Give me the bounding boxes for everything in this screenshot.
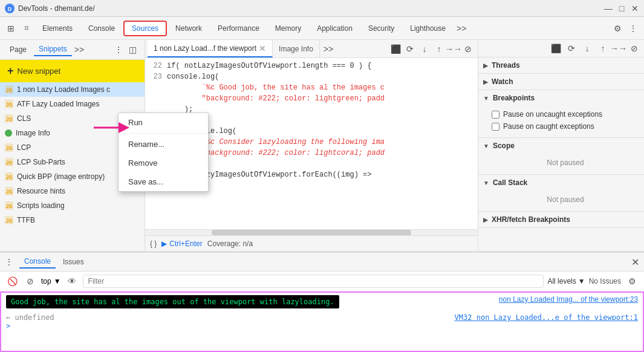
coverage-label: Coverage: n/a: [207, 240, 253, 248]
console-prompt-line: >: [6, 322, 638, 330]
right-panel-icon-2[interactable]: ⟳: [564, 41, 579, 56]
breakpoints-uncaught-checkbox[interactable]: [492, 111, 499, 119]
console-success-text: Good job, the site has al the images out…: [11, 298, 334, 306]
tab-issues-bottom[interactable]: Issues: [58, 256, 89, 268]
dock-icon[interactable]: ⊞: [4, 21, 18, 36]
tab-memory[interactable]: Memory: [268, 21, 308, 36]
context-menu-save-as[interactable]: Save as...: [119, 172, 208, 191]
console-close-button[interactable]: ✕: [631, 256, 639, 268]
breakpoints-content: Pause on uncaught exceptions Pause on ca…: [478, 106, 644, 137]
source-panel-step-out-icon[interactable]: →→: [446, 42, 461, 56]
threads-header[interactable]: ▶ Threads: [478, 57, 644, 73]
snippet-label-2: ATF Lazy Loaded Images: [17, 100, 100, 108]
subtab-snippets[interactable]: Snippets: [34, 43, 72, 56]
inspect-icon[interactable]: ⌗: [19, 21, 34, 36]
maximize-button[interactable]: □: [617, 4, 626, 13]
tab-elements[interactable]: Elements: [35, 21, 80, 36]
console-link-2[interactable]: VM32 non Lazy Loaded...e of the viewport…: [455, 313, 638, 322]
console-eye-icon[interactable]: 👁: [65, 274, 79, 288]
tabs-more-icon[interactable]: >>: [454, 24, 469, 33]
subtab-page[interactable]: Page: [5, 44, 31, 56]
svg-text:JS: JS: [5, 116, 12, 122]
source-tab-2[interactable]: Image Info: [273, 40, 320, 57]
tab-security[interactable]: Security: [361, 21, 402, 36]
svg-text:D: D: [8, 6, 12, 12]
context-menu-remove[interactable]: Remove: [119, 154, 208, 172]
devtools-icon: D: [5, 4, 15, 13]
source-tab-2-label: Image Info: [279, 45, 313, 53]
console-filter-input[interactable]: [83, 275, 544, 288]
right-panel-icon-3[interactable]: ↓: [580, 41, 594, 56]
left-panel-expand-icon[interactable]: ◫: [125, 42, 140, 57]
console-settings-icon[interactable]: ⚙: [625, 274, 639, 288]
source-panel-step-into-icon[interactable]: ↑: [432, 42, 446, 56]
tab-network[interactable]: Network: [168, 21, 209, 36]
breakpoints-caught-checkbox[interactable]: [492, 123, 499, 131]
source-panel-format-icon[interactable]: ⬛: [388, 42, 403, 56]
console-clear-icon[interactable]: 🚫: [5, 274, 19, 288]
context-menu-run[interactable]: Run: [119, 113, 208, 132]
left-panel-more-icon[interactable]: ⋮: [114, 45, 123, 54]
settings-icon[interactable]: ⚙: [610, 21, 625, 36]
run-button[interactable]: ▶ Ctrl+Enter: [161, 240, 202, 248]
right-panel-icon-1[interactable]: ⬛: [548, 41, 563, 56]
script-icon-5: JS: [5, 143, 13, 152]
source-panel-pause-icon[interactable]: ⟳: [403, 42, 417, 56]
breakpoints-uncaught-row: Pause on uncaught exceptions: [492, 108, 639, 120]
run-icon: ▶: [161, 240, 167, 248]
new-snippet-button[interactable]: + New snippet: [0, 60, 145, 82]
xhr-breakpoints-arrow: ▶: [483, 217, 488, 223]
console-panel-dots[interactable]: ⋮: [5, 257, 13, 267]
breakpoints-header[interactable]: ▼ Breakpoints: [478, 90, 644, 106]
watch-header[interactable]: ▶ Watch: [478, 74, 644, 90]
close-button[interactable]: ✕: [631, 4, 639, 13]
script-icon-6: JS: [5, 158, 13, 166]
console-level-arrow: ▼: [578, 277, 585, 285]
source-tab-more[interactable]: >>: [320, 44, 337, 54]
console-context-selector[interactable]: top ▼: [41, 277, 61, 285]
script-icon-2: JS: [5, 100, 13, 108]
source-panel-step-over-icon[interactable]: ↓: [417, 42, 432, 56]
source-tab-1[interactable]: 1 non Lazy Load...f the viewport ✕: [148, 40, 273, 57]
xhr-breakpoints-header[interactable]: ▶ XHR/fetch Breakpoints: [478, 212, 644, 227]
console-prompt-icon: >: [6, 322, 10, 330]
snippet-item-1[interactable]: JS 1 non Lazy Loaded Images c: [0, 82, 145, 97]
script-icon-1: JS: [5, 85, 13, 94]
context-menu: Run Rename... Remove Save as...: [118, 112, 209, 192]
snippet-item-9[interactable]: JS Scripts loading: [0, 198, 145, 213]
console-message-2: ← undefined VM32 non Lazy Loaded...e of …: [6, 313, 638, 322]
console-block-icon[interactable]: ⊘: [23, 274, 37, 288]
code-horizontal-scrollbar[interactable]: [145, 229, 478, 235]
right-panel-icon-5[interactable]: →→: [611, 41, 626, 56]
tab-console[interactable]: Console: [81, 21, 122, 36]
more-menu-icon[interactable]: ⋮: [626, 21, 640, 36]
scope-header[interactable]: ▼ Scope: [478, 138, 644, 154]
source-tab-1-close[interactable]: ✕: [259, 44, 266, 53]
tab-lighthouse[interactable]: Lighthouse: [403, 21, 453, 36]
scope-section: ▼ Scope Not paused: [478, 138, 644, 175]
call-stack-header[interactable]: ▼ Call Stack: [478, 175, 644, 191]
context-menu-rename[interactable]: Rename...: [119, 135, 208, 154]
snippet-item-10[interactable]: JS TTFB: [0, 213, 145, 227]
console-link-1[interactable]: non Lazy Loaded Imag... of the viewport:…: [499, 295, 638, 304]
tab-performance[interactable]: Performance: [210, 21, 267, 36]
tab-sources[interactable]: Sources: [123, 21, 167, 36]
right-panel-icon-4[interactable]: ↑: [596, 41, 610, 56]
minimize-button[interactable]: —: [604, 4, 613, 13]
script-icon-9: JS: [5, 201, 13, 210]
console-no-issues-label: No Issues: [589, 277, 621, 285]
right-panel-icon-6[interactable]: ⊘: [627, 41, 642, 56]
snippet-item-2[interactable]: JS ATF Lazy Loaded Images: [0, 97, 145, 111]
tab-application[interactable]: Application: [310, 21, 360, 36]
console-context-label: top: [41, 277, 51, 285]
new-snippet-plus-icon: +: [7, 65, 14, 77]
tab-console-bottom[interactable]: Console: [19, 255, 56, 269]
console-message-1: Good job, the site has al the images out…: [6, 295, 638, 311]
subtab-more[interactable]: >>: [74, 45, 84, 54]
scope-arrow: ▼: [483, 143, 489, 149]
console-toolbar: 🚫 ⊘ top ▼ 👁 All levels ▼ No Issues ⚙: [0, 272, 644, 292]
console-level-selector[interactable]: All levels ▼: [547, 277, 585, 285]
snippet-label-9: Scripts loading: [17, 201, 65, 210]
code-line-23: 23 console.log(: [145, 71, 478, 82]
source-panel-deactivate-icon[interactable]: ⊘: [461, 42, 475, 56]
